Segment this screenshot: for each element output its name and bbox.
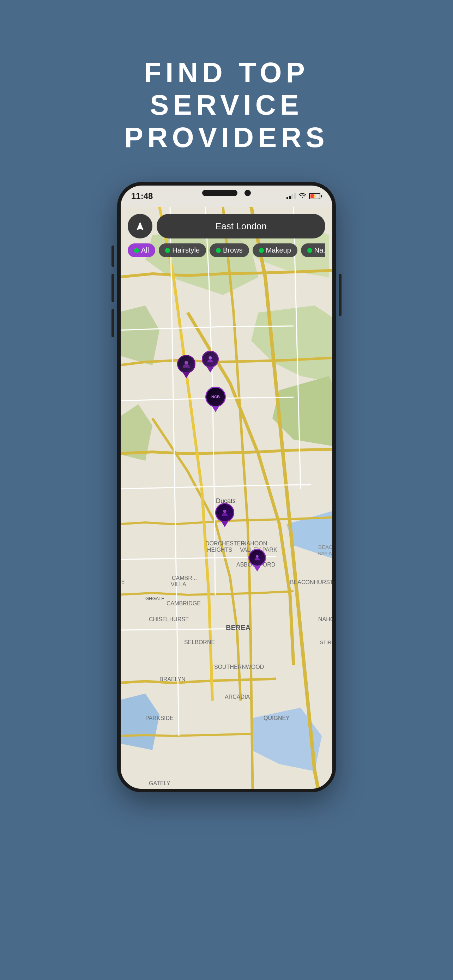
power-button[interactable]	[339, 274, 342, 316]
search-location-text: East London	[215, 221, 267, 232]
hero-line1: FIND TOP	[124, 56, 329, 89]
svg-point-35	[184, 361, 188, 364]
svg-text:BAY N...: BAY N...	[318, 550, 332, 556]
svg-text:GHGATE: GHGATE	[145, 596, 164, 601]
hero-text: FIND TOP SERVICE PROVIDERS	[124, 56, 329, 154]
filter-chip-makeup[interactable]: Makeup	[253, 243, 297, 257]
provider-pin-1[interactable]	[177, 355, 196, 378]
svg-text:SOUTHERNWOOD: SOUTHERNWOOD	[214, 664, 264, 670]
provider-pin-4[interactable]	[215, 503, 234, 527]
map-view[interactable]: DORCHESTER HEIGHTS NAHOON VALLEY PARK AB…	[121, 207, 332, 789]
svg-text:GATELY: GATELY	[149, 780, 170, 786]
svg-text:CAMBR...: CAMBR...	[172, 575, 197, 581]
filter-brows-label: Brows	[223, 246, 243, 255]
chip-dot	[259, 248, 264, 253]
status-bar: 11:48	[121, 186, 332, 207]
provider-pin-5[interactable]	[248, 549, 266, 571]
volume-up-button[interactable]	[111, 274, 114, 302]
provider-pin-3[interactable]: NCB	[205, 387, 226, 412]
svg-text:QUIGNEY: QUIGNEY	[264, 715, 290, 721]
location-search-bar[interactable]: East London	[157, 214, 325, 239]
svg-text:DORCHESTER: DORCHESTER	[205, 541, 245, 546]
signal-icon	[286, 193, 296, 199]
svg-text:CHISELHURST: CHISELHURST	[149, 616, 189, 622]
volume-mute-button[interactable]	[111, 245, 114, 267]
volume-down-button[interactable]	[111, 309, 114, 337]
map-overlay: East London All Hairstyle	[121, 207, 332, 257]
filter-chip-nails[interactable]: Na...	[301, 243, 325, 257]
svg-text:NAHOON: NAHOON	[242, 541, 267, 546]
speaker	[202, 190, 237, 196]
hero-line2: SERVICE	[124, 89, 329, 121]
filter-all-label: All	[141, 246, 149, 255]
phone-screen: 11:48	[121, 186, 332, 789]
status-icons: ⚡	[286, 192, 322, 200]
svg-text:BEAC...: BEAC...	[318, 544, 332, 550]
status-time: 11:48	[131, 191, 153, 201]
search-row: East London	[128, 214, 325, 239]
battery-icon: ⚡	[309, 193, 322, 199]
svg-text:BRAELYN: BRAELYN	[159, 676, 186, 682]
svg-text:NAHOON: NAHOON	[318, 616, 332, 622]
svg-text:STIRLI...: STIRLI...	[320, 640, 332, 645]
hero-line3: PROVIDERS	[124, 121, 329, 154]
chip-dot	[134, 248, 139, 253]
phone-mockup: 11:48	[117, 182, 336, 792]
filter-chip-all[interactable]: All	[128, 243, 155, 257]
svg-text:VILLA: VILLA	[171, 581, 186, 587]
svg-text:BEREA: BEREA	[226, 624, 251, 632]
chip-dot	[216, 248, 221, 253]
svg-text:ARCADIA: ARCADIA	[225, 694, 250, 700]
chip-dot	[165, 248, 170, 253]
svg-point-36	[208, 356, 212, 360]
location-button[interactable]	[128, 214, 153, 239]
filter-chips: All Hairstyle Brows Makeup	[128, 243, 325, 257]
wifi-icon	[299, 192, 306, 200]
svg-point-38	[256, 555, 258, 558]
svg-text:HEIGHTS: HEIGHTS	[207, 547, 232, 553]
filter-makeup-label: Makeup	[266, 246, 291, 255]
chip-dot	[307, 248, 312, 253]
provider-pin-2[interactable]	[202, 351, 219, 372]
filter-chip-brows[interactable]: Brows	[210, 243, 249, 257]
svg-text:...E: ...E	[121, 579, 124, 585]
notch	[202, 186, 251, 196]
svg-text:CAMBRIDGE: CAMBRIDGE	[167, 600, 201, 606]
svg-point-37	[223, 510, 226, 513]
svg-text:SELBORNE: SELBORNE	[184, 639, 215, 645]
filter-chip-hairstyle[interactable]: Hairstyle	[159, 243, 206, 257]
front-camera	[245, 190, 251, 196]
svg-text:BEACONHURST: BEACONHURST	[290, 579, 332, 585]
filter-nails-label: Na...	[314, 246, 325, 255]
svg-text:PARKSIDE: PARKSIDE	[145, 715, 173, 721]
filter-hairstyle-label: Hairstyle	[172, 246, 200, 255]
phone-frame: 11:48	[117, 182, 336, 792]
